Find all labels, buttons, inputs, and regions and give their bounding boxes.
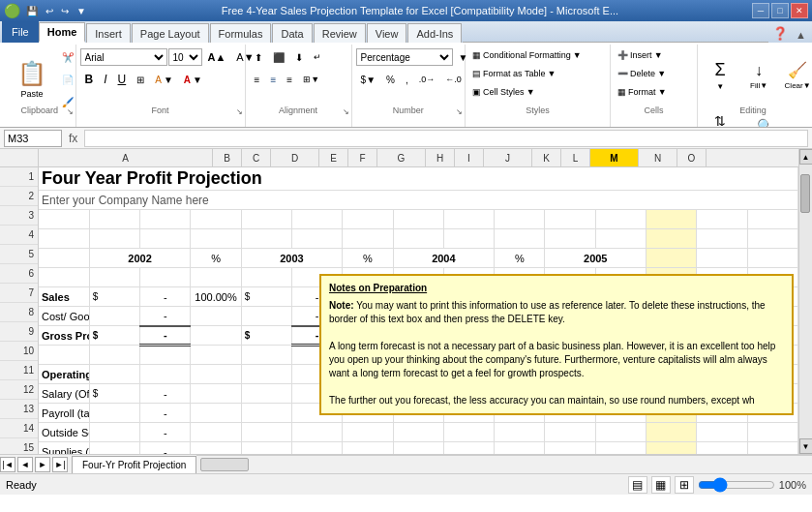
cell-9a[interactable]: Gross Profit: [39, 326, 89, 346]
tab-addins[interactable]: Add-Ins: [407, 23, 462, 43]
align-top-button[interactable]: ⬆: [250, 46, 267, 68]
conditional-formatting-button[interactable]: ▦ Conditional Formatting ▼: [469, 46, 584, 64]
cell-9d[interactable]: [191, 326, 241, 346]
normal-view-button[interactable]: ▤: [628, 476, 647, 494]
paste-button[interactable]: 📋 Paste: [8, 50, 56, 108]
cell-4b[interactable]: [89, 229, 139, 249]
cell-15f[interactable]: [291, 442, 342, 455]
increase-decimal-button[interactable]: .0→: [414, 69, 440, 90]
cell-14a[interactable]: Outside Services: [39, 423, 89, 442]
cell-3g[interactable]: [343, 210, 393, 229]
quick-dropdown[interactable]: ▼: [75, 5, 88, 17]
row-num-9[interactable]: 9: [0, 322, 38, 342]
cell-15i[interactable]: [443, 442, 494, 455]
sum-button[interactable]: Σ ▼: [702, 46, 738, 105]
cell-7b[interactable]: $: [89, 287, 139, 307]
row-num-3[interactable]: 3: [0, 206, 38, 226]
format-button[interactable]: ▦ Format ▼: [615, 83, 669, 101]
cell-8a[interactable]: Cost/ Goods Sold (COGS): [39, 307, 89, 326]
row-num-5[interactable]: 5: [0, 245, 38, 264]
col-header-c[interactable]: C: [242, 149, 271, 166]
cell-5m[interactable]: [647, 249, 697, 268]
cell-9b[interactable]: $: [89, 326, 139, 346]
row-num-4[interactable]: 4: [0, 226, 38, 245]
function-wizard-icon[interactable]: fx: [66, 132, 80, 145]
clipboard-expand-icon[interactable]: ↘: [67, 107, 74, 116]
cell-5b[interactable]: 2002: [89, 249, 191, 268]
cell-4n[interactable]: [697, 229, 747, 249]
quick-save[interactable]: 💾: [24, 5, 40, 17]
cell-12d[interactable]: [191, 384, 241, 404]
cell-3n[interactable]: [697, 210, 747, 229]
cell-15e[interactable]: [241, 442, 291, 455]
cell-4c[interactable]: [140, 229, 191, 249]
tab-review[interactable]: Review: [314, 23, 366, 43]
cell-5g[interactable]: %: [343, 249, 393, 268]
scroll-down-button[interactable]: ▼: [799, 438, 813, 454]
font-color-button[interactable]: A▼: [179, 69, 207, 90]
title-cell[interactable]: Four Year Profit Projection: [39, 167, 798, 191]
cell-14j[interactable]: [495, 423, 545, 442]
cell-10d[interactable]: [191, 346, 241, 365]
italic-button[interactable]: I: [99, 69, 111, 90]
cell-4o[interactable]: [747, 229, 797, 249]
cell-11e[interactable]: [241, 365, 291, 384]
merge-center-button[interactable]: ⊞▼: [298, 69, 324, 90]
cell-14g[interactable]: [343, 423, 393, 442]
cell-15l[interactable]: [595, 442, 646, 455]
cell-15b[interactable]: [89, 442, 139, 455]
cell-4j[interactable]: [495, 229, 545, 249]
cell-styles-button[interactable]: ▣ Cell Styles ▼: [469, 83, 584, 101]
cell-4m[interactable]: [647, 229, 697, 249]
sheet-nav-prev[interactable]: ◄: [17, 457, 33, 472]
cell-3e[interactable]: [241, 210, 291, 229]
number-format-select[interactable]: Percentage General Number Currency: [356, 48, 453, 66]
cell-4l[interactable]: [595, 229, 646, 249]
cell-14n[interactable]: [697, 423, 747, 442]
cell-15o[interactable]: [747, 442, 797, 455]
cell-14m[interactable]: [647, 423, 697, 442]
cell-7e[interactable]: $: [241, 287, 291, 307]
align-left-button[interactable]: ≡: [250, 69, 265, 90]
cell-6c[interactable]: [140, 268, 191, 287]
cell-15h[interactable]: [393, 442, 443, 455]
cell-10c[interactable]: [140, 346, 191, 365]
cell-15j[interactable]: [495, 442, 545, 455]
name-box-input[interactable]: [4, 130, 62, 147]
cell-13e[interactable]: [241, 404, 291, 423]
accounting-format-button[interactable]: $▼: [356, 69, 380, 90]
cell-14d[interactable]: [191, 423, 241, 442]
alignment-expand-icon[interactable]: ↘: [343, 107, 349, 116]
cell-5j[interactable]: %: [495, 249, 545, 268]
sheet-nav-last[interactable]: ►|: [52, 457, 68, 472]
cell-14f[interactable]: [291, 423, 342, 442]
col-header-h[interactable]: H: [426, 149, 455, 166]
cell-8e[interactable]: [241, 307, 291, 326]
close-button[interactable]: ✕: [791, 3, 808, 18]
cell-8d[interactable]: [191, 307, 241, 326]
row-num-6[interactable]: 6: [0, 264, 38, 284]
cell-5d[interactable]: %: [191, 249, 241, 268]
number-expand-icon[interactable]: ↘: [456, 107, 463, 116]
col-header-l[interactable]: L: [561, 149, 590, 166]
scroll-up-button[interactable]: ▲: [799, 149, 813, 165]
row-num-1[interactable]: 1: [0, 167, 38, 187]
minimize-ribbon-icon[interactable]: ▲: [792, 27, 810, 43]
cell-3h[interactable]: [393, 210, 443, 229]
cell-12c[interactable]: -: [140, 384, 191, 404]
sheet-tab-1[interactable]: Four-Yr Profit Projection: [72, 456, 196, 473]
cell-14c[interactable]: -: [140, 423, 191, 442]
col-header-d[interactable]: D: [271, 149, 319, 166]
cell-8b[interactable]: [89, 307, 139, 326]
cell-11b[interactable]: [89, 365, 139, 384]
col-header-g[interactable]: G: [377, 149, 426, 166]
cell-4a[interactable]: [39, 229, 89, 249]
cell-4i[interactable]: [443, 229, 494, 249]
cell-4e[interactable]: [241, 229, 291, 249]
cell-10e[interactable]: [241, 346, 291, 365]
cell-14l[interactable]: [595, 423, 646, 442]
font-size-select[interactable]: 10 8 12 14: [168, 48, 202, 66]
align-center-button[interactable]: ≡: [265, 69, 281, 90]
cell-3l[interactable]: [595, 210, 646, 229]
cell-5h[interactable]: 2004: [393, 249, 495, 268]
